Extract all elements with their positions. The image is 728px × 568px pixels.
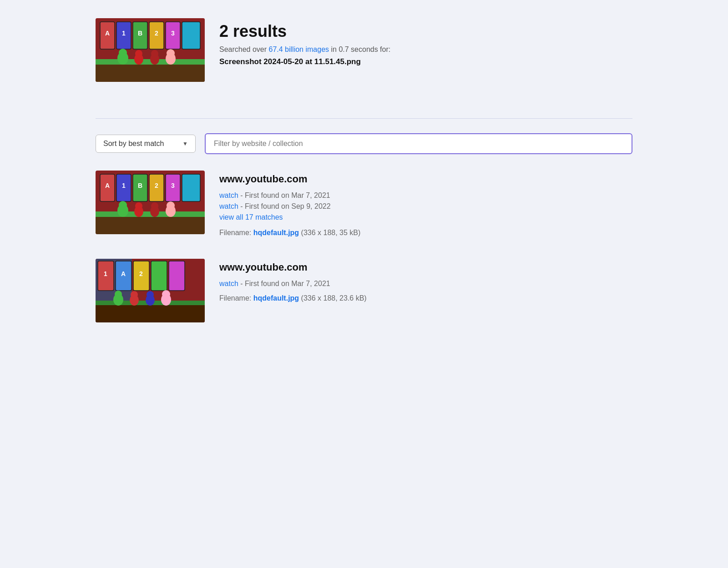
- chevron-down-icon: ▼: [182, 141, 188, 147]
- sort-label: Sort by best match: [103, 140, 164, 148]
- svg-point-58: [115, 291, 122, 298]
- results-count: 2 results: [219, 22, 390, 41]
- search-meta-highlight: 67.4 billion images: [269, 45, 329, 53]
- svg-text:2: 2: [155, 30, 158, 37]
- result-domain-2: www.youtube.com: [219, 261, 367, 273]
- result-details-2: www.youtube.com watch - First found on M…: [219, 259, 367, 302]
- filter-bar: Sort by best match ▼: [96, 133, 632, 154]
- svg-rect-11: [182, 22, 200, 49]
- svg-rect-33: [182, 174, 200, 201]
- filename-prefix-1: Filename:: [219, 229, 253, 236]
- search-meta: Searched over 67.4 billion images in 0.7…: [219, 45, 390, 54]
- svg-text:A: A: [121, 270, 126, 277]
- svg-text:1: 1: [122, 182, 126, 189]
- header-section: A 1 B 2 3: [96, 18, 632, 100]
- result-domain-1: www.youtube.com: [219, 173, 360, 185]
- result-link-line-1a: watch - First found on Mar 7, 2021: [219, 191, 360, 200]
- filename-link-2[interactable]: hqdefault.jpg: [253, 294, 299, 302]
- filename-suffix-1: (336 x 188, 35 kB): [299, 229, 360, 236]
- result-thumbnail-1: A 1 B 2 3: [96, 171, 205, 234]
- svg-text:A: A: [105, 182, 110, 189]
- svg-text:2: 2: [139, 270, 143, 277]
- result-link-watch-2a[interactable]: watch: [219, 280, 238, 287]
- svg-point-19: [151, 50, 158, 57]
- result-link-line-2a: watch - First found on Mar 7, 2021: [219, 280, 367, 288]
- filename-prefix-2: Filename:: [219, 294, 253, 302]
- result-thumbnail-2: 1 A 2: [96, 259, 205, 322]
- page-container: A 1 B 2 3: [68, 0, 660, 362]
- svg-text:B: B: [138, 30, 142, 37]
- filename-link-1[interactable]: hqdefault.jpg: [253, 229, 299, 236]
- query-thumbnail: A 1 B 2 3: [96, 18, 205, 82]
- svg-rect-35: [96, 211, 205, 217]
- result-item: A 1 B 2 3: [96, 171, 632, 237]
- svg-text:3: 3: [171, 30, 175, 37]
- result-link-suffix-1b: - First found on Sep 9, 2022: [238, 202, 331, 210]
- svg-point-39: [135, 202, 142, 210]
- svg-text:1: 1: [122, 30, 126, 37]
- filter-input[interactable]: [205, 133, 632, 154]
- search-meta-prefix: Searched over: [219, 45, 269, 53]
- svg-point-17: [135, 50, 142, 57]
- filename-suffix-2: (336 x 188, 23.6 kB): [299, 294, 367, 302]
- query-filename: Screenshot 2024-05-20 at 11.51.45.png: [219, 57, 390, 66]
- result-link-suffix-2a: - First found on Mar 7, 2021: [238, 280, 330, 287]
- result-link-watch-1a[interactable]: watch: [219, 191, 238, 199]
- svg-rect-55: [96, 303, 205, 322]
- svg-text:1: 1: [104, 270, 107, 277]
- result-link-watch-1b[interactable]: watch: [219, 202, 238, 210]
- result-item-2: 1 A 2 www.youtube.com: [96, 259, 632, 322]
- svg-rect-54: [169, 261, 185, 291]
- svg-point-37: [119, 201, 127, 209]
- svg-point-64: [162, 290, 170, 298]
- section-divider: [96, 118, 632, 119]
- view-all-matches-link[interactable]: view all 17 matches: [219, 213, 360, 221]
- svg-point-21: [167, 49, 175, 57]
- result-details-1: www.youtube.com watch - First found on M…: [219, 171, 360, 237]
- filename-line-2: Filename: hqdefault.jpg (336 x 188, 23.6…: [219, 294, 367, 302]
- filename-line-1: Filename: hqdefault.jpg (336 x 188, 35 k…: [219, 229, 360, 237]
- svg-point-60: [131, 291, 138, 298]
- result-link-line-1b: watch - First found on Sep 9, 2022: [219, 202, 360, 211]
- svg-point-41: [151, 202, 158, 210]
- svg-text:B: B: [138, 182, 142, 189]
- svg-point-15: [119, 49, 127, 57]
- svg-point-62: [147, 291, 154, 298]
- svg-rect-13: [96, 59, 205, 65]
- svg-rect-53: [151, 261, 167, 291]
- svg-text:3: 3: [171, 182, 175, 189]
- svg-text:A: A: [105, 30, 110, 37]
- result-link-suffix-1a: - First found on Mar 7, 2021: [238, 191, 330, 199]
- header-info: 2 results Searched over 67.4 billion ima…: [219, 18, 390, 66]
- svg-point-43: [167, 201, 175, 210]
- svg-text:2: 2: [155, 182, 158, 189]
- search-meta-suffix: in 0.7 seconds for:: [329, 45, 390, 53]
- sort-dropdown[interactable]: Sort by best match ▼: [96, 135, 196, 153]
